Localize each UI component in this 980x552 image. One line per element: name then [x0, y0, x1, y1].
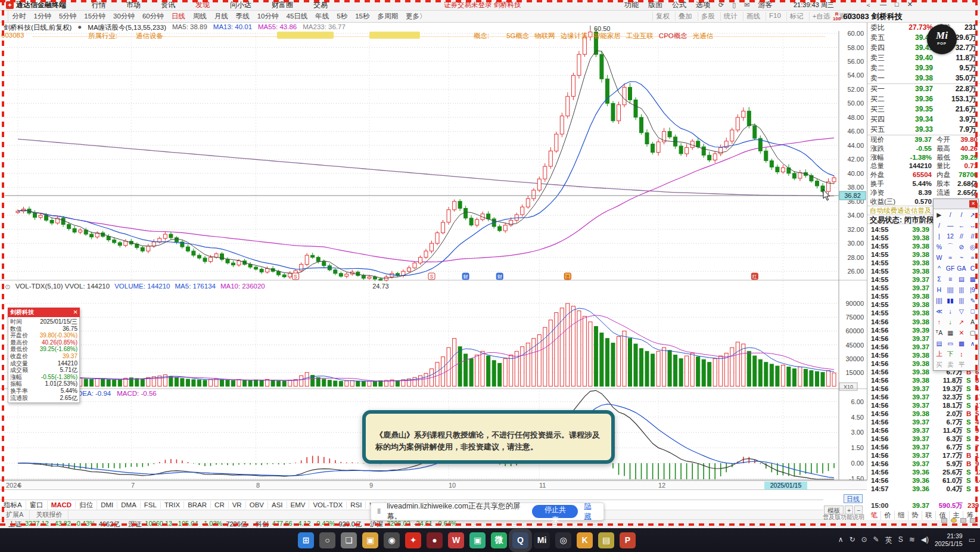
- draw-tool-icon[interactable]: ↓: [945, 306, 956, 317]
- tray-icon-英[interactable]: 英: [885, 535, 892, 545]
- draw-tool-icon[interactable]: %: [934, 241, 945, 252]
- tray-icon-∧[interactable]: ∧: [838, 535, 844, 545]
- draw-tool-icon[interactable]: 平: [956, 359, 967, 370]
- indicator-tab-OBV[interactable]: OBV: [246, 501, 268, 508]
- draw-tool-icon[interactable]: |: [934, 231, 945, 241]
- taskbar-app-icon[interactable]: Q: [512, 532, 528, 548]
- draw-tool-icon[interactable]: ||||: [945, 284, 956, 295]
- concept-CPO概念[interactable]: CPO概念: [659, 32, 687, 39]
- draw-tool-icon[interactable]: ▶: [934, 209, 945, 220]
- concept-边缘计算[interactable]: 边缘计算: [561, 32, 588, 39]
- period-15秒[interactable]: 15秒: [355, 12, 369, 21]
- taskbar-app-icon[interactable]: ◉: [384, 532, 400, 548]
- taskbar-app-icon[interactable]: W: [448, 532, 464, 548]
- taskbar-app-icon[interactable]: ◎: [555, 532, 571, 548]
- layout-icon[interactable]: [941, 518, 947, 523]
- concept-物联网[interactable]: 物联网: [534, 32, 555, 39]
- period-月线[interactable]: 月线: [214, 12, 228, 21]
- emoji-icon[interactable]: [951, 518, 957, 523]
- popup-close-icon[interactable]: ✕: [73, 308, 78, 317]
- period-10分钟[interactable]: 10分钟: [257, 12, 279, 21]
- draw-tool-icon[interactable]: ||||: [934, 295, 945, 306]
- mini-tab-势[interactable]: 势: [909, 511, 922, 520]
- draw-tool-icon[interactable]: ⌒: [945, 241, 956, 252]
- tool-叠加[interactable]: 叠加: [675, 12, 695, 21]
- indicator-tab-归位[interactable]: 归位: [76, 501, 97, 510]
- draw-tool-icon[interactable]: ~: [956, 252, 967, 263]
- draw-tool-icon[interactable]: 下: [945, 349, 956, 359]
- tray-icon-⊙[interactable]: ⊙: [861, 535, 867, 545]
- draw-tool-icon[interactable]: //: [956, 231, 967, 241]
- taskbar-app-icon[interactable]: ●: [427, 532, 443, 548]
- draw-tool-icon[interactable]: ≡: [945, 274, 956, 284]
- tray-clock[interactable]: 21:39 2025/1/15: [935, 532, 963, 548]
- tray-icon-S[interactable]: S: [898, 535, 903, 545]
- draw-tool-icon[interactable]: GA: [956, 263, 967, 274]
- period-60分钟[interactable]: 60分钟: [142, 12, 164, 21]
- period-45日线[interactable]: 45日线: [287, 12, 308, 21]
- extension-tab-扩展A[interactable]: 扩展A: [0, 510, 30, 519]
- draw-tool-icon[interactable]: |||: [956, 295, 967, 306]
- tool-+自选[interactable]: +自选: [809, 12, 833, 21]
- indicator-tab-VR[interactable]: VR: [229, 501, 246, 508]
- taskbar-app-icon[interactable]: ○: [319, 532, 335, 548]
- indicator-tab-TRIX[interactable]: TRIX: [161, 501, 184, 508]
- draw-tool-icon[interactable]: ▤: [934, 338, 945, 349]
- tray-icon-◀)[interactable]: ◀): [921, 535, 929, 545]
- draw-tool-icon[interactable]: ⊘: [956, 241, 967, 252]
- period-1分钟[interactable]: 1分钟: [34, 12, 51, 21]
- taskbar-app-icon[interactable]: ▣: [469, 532, 486, 548]
- period-15分钟[interactable]: 15分钟: [84, 12, 105, 21]
- period-季线[interactable]: 季线: [236, 12, 250, 21]
- indicator-tab-DMA[interactable]: DMA: [117, 501, 141, 508]
- draw-tool-icon[interactable]: ▽: [956, 306, 967, 317]
- indicator-tab-FSL[interactable]: FSL: [141, 501, 161, 508]
- draw-tool-icon[interactable]: ≈: [945, 252, 956, 263]
- draw-tool-icon[interactable]: —: [945, 220, 956, 231]
- draw-tool-icon[interactable]: ᵀA: [934, 327, 945, 338]
- hide-share-link[interactable]: 隐藏: [584, 501, 598, 522]
- taskbar-app-icon[interactable]: ▣: [362, 532, 378, 548]
- indicator-tab-RSI[interactable]: RSI: [347, 501, 366, 508]
- draw-tool-icon[interactable]: ↑: [934, 317, 945, 327]
- draw-tool-icon[interactable]: Σ: [934, 274, 945, 284]
- indicator-tab-VOL-TDX[interactable]: VOL-TDX: [309, 501, 347, 508]
- mini-tab-笔[interactable]: 笔: [867, 511, 881, 520]
- period-分时[interactable]: 分时: [13, 12, 26, 21]
- concept-智能家居[interactable]: 智能家居: [593, 32, 621, 39]
- indicator-tab-MACD[interactable]: MACD: [48, 501, 76, 508]
- draw-tool-icon[interactable]: 上: [934, 349, 945, 359]
- period-日线[interactable]: 日线: [172, 12, 185, 21]
- tray-icon-✎[interactable]: ✎: [873, 535, 879, 545]
- concept-5G概念[interactable]: 5G概念: [506, 32, 529, 39]
- indicator-tab-ASI[interactable]: ASI: [268, 501, 287, 508]
- concept-光通信[interactable]: 光通信: [693, 32, 714, 39]
- palette-header[interactable]: ✕: [934, 199, 978, 209]
- upload-icon[interactable]: [960, 518, 966, 523]
- draw-tool-icon[interactable]: ↕: [956, 349, 967, 359]
- draw-tool-icon[interactable]: ✕: [956, 327, 967, 338]
- tray-icon-↻[interactable]: ↻: [849, 535, 855, 545]
- time-axis[interactable]: 2024 67891011121 2025/01/15: [0, 480, 867, 490]
- stop-share-button[interactable]: 停止共享: [532, 505, 578, 518]
- draw-tool-icon[interactable]: 卖: [945, 359, 956, 370]
- indicator-tab-BRAR[interactable]: BRAR: [184, 501, 211, 508]
- draw-tool-icon[interactable]: ▮▮: [945, 295, 956, 306]
- period-多周期[interactable]: 多周期: [378, 12, 399, 21]
- mini-tab-价[interactable]: 价: [881, 511, 895, 520]
- taskbar-app-icon[interactable]: 微: [491, 532, 507, 548]
- period-年线[interactable]: 年线: [315, 12, 329, 21]
- draw-tool-icon[interactable]: ^: [934, 263, 945, 274]
- concept-工业互联[interactable]: 工业互联: [626, 32, 654, 39]
- draw-tool-icon[interactable]: 12: [945, 231, 956, 241]
- indicator-tab-DMI[interactable]: DMI: [97, 501, 117, 508]
- taskbar-app-icon[interactable]: Mi: [534, 532, 550, 548]
- taskbar-app-icon[interactable]: P: [620, 532, 636, 548]
- draw-tool-icon[interactable]: /: [956, 209, 967, 220]
- tool-多股[interactable]: 多股: [698, 12, 718, 21]
- period-5秒[interactable]: 5秒: [337, 12, 347, 21]
- draw-tool-icon[interactable]: ▭: [945, 338, 956, 349]
- popup-header[interactable]: 剑桥科技 ✕: [8, 308, 80, 317]
- taskbar-app-icon[interactable]: K: [577, 532, 593, 548]
- draw-tool-icon[interactable]: ↗: [956, 317, 967, 327]
